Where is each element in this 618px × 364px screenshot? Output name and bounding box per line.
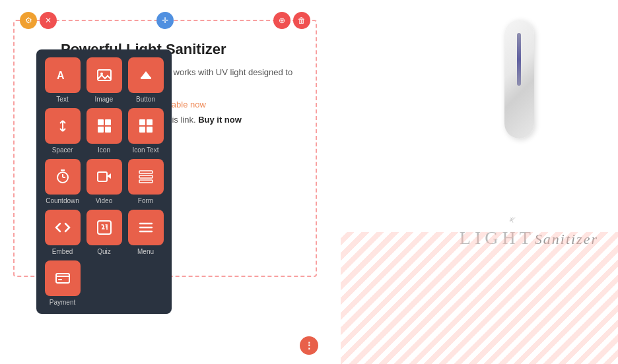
right-panel: 𐤀 LIGHT Sanitizer bbox=[341, 0, 618, 364]
block-icon-countdown bbox=[45, 159, 81, 195]
block-icon-quiz bbox=[86, 210, 122, 245]
svg-rect-9 bbox=[98, 119, 104, 125]
block-label-image: Image bbox=[95, 96, 114, 103]
svg-rect-10 bbox=[105, 119, 111, 125]
block-picker: A Text Image Button bbox=[36, 49, 172, 314]
copy-button[interactable]: ⊕ bbox=[273, 12, 291, 29]
block-icon-icon bbox=[86, 108, 122, 144]
block-item-video[interactable]: Video bbox=[86, 159, 122, 204]
device-stripe bbox=[517, 33, 521, 86]
block-item-form[interactable]: Form bbox=[127, 159, 164, 204]
block-icon-menu bbox=[128, 210, 164, 245]
info-button[interactable]: ⋮ bbox=[300, 336, 318, 355]
svg-rect-11 bbox=[98, 127, 104, 133]
block-item-countdown[interactable]: Countdown bbox=[44, 159, 81, 204]
block-item-payment[interactable]: Payment bbox=[44, 260, 81, 306]
block-icon-video bbox=[86, 159, 122, 195]
panel-toolbar-center: ✛ bbox=[156, 12, 174, 29]
block-icon-icon-text bbox=[128, 108, 164, 144]
svg-rect-15 bbox=[139, 127, 145, 133]
block-icon-embed bbox=[45, 210, 81, 245]
block-icon-spacer bbox=[45, 108, 81, 144]
block-item-embed[interactable]: Embed bbox=[44, 210, 81, 255]
block-item-text[interactable]: A Text bbox=[44, 57, 81, 103]
block-label-icon: Icon bbox=[98, 146, 110, 154]
block-item-image[interactable]: Image bbox=[86, 57, 122, 103]
close-button[interactable]: ✕ bbox=[40, 12, 57, 29]
panel-toolbar-left: ⚙ ✕ bbox=[20, 12, 57, 29]
stripe-pattern bbox=[341, 232, 618, 364]
svg-rect-21 bbox=[98, 172, 107, 181]
block-item-spacer[interactable]: Spacer bbox=[44, 108, 81, 154]
device-body bbox=[504, 20, 534, 138]
main-content: 𐤀 LIGHT Sanitizer ⚙ ✕ ✛ ⊕ 🗑 Powerful Lig… bbox=[0, 0, 618, 364]
block-label-video: Video bbox=[96, 197, 112, 204]
block-label-icon-text: Icon Text bbox=[133, 146, 159, 154]
svg-rect-26 bbox=[98, 221, 111, 234]
svg-rect-24 bbox=[139, 175, 153, 178]
block-icon-image bbox=[86, 57, 122, 93]
move-button[interactable]: ✛ bbox=[156, 12, 174, 29]
block-label-button: Button bbox=[136, 96, 155, 103]
block-item-icon-text[interactable]: Icon Text bbox=[127, 108, 164, 154]
block-label-text: Text bbox=[56, 96, 68, 103]
svg-rect-16 bbox=[147, 127, 153, 133]
block-item-icon[interactable]: Icon bbox=[86, 108, 122, 154]
svg-text:A: A bbox=[57, 70, 65, 81]
svg-rect-25 bbox=[139, 180, 153, 183]
block-item-button[interactable]: Button bbox=[127, 57, 164, 103]
block-icon-payment bbox=[45, 260, 81, 296]
block-label-countdown: Countdown bbox=[46, 197, 79, 204]
svg-rect-13 bbox=[139, 119, 145, 125]
svg-rect-23 bbox=[139, 171, 153, 173]
svg-rect-1 bbox=[98, 70, 111, 80]
svg-rect-3 bbox=[141, 77, 151, 79]
panel-toolbar-right: ⊕ 🗑 bbox=[273, 12, 310, 29]
svg-rect-30 bbox=[56, 274, 69, 283]
crown-decoration: 𐤀 bbox=[509, 214, 516, 226]
block-label-form: Form bbox=[138, 197, 153, 204]
cta-link[interactable]: Buy it now bbox=[198, 115, 242, 125]
block-label-embed: Embed bbox=[52, 248, 73, 255]
trash-button[interactable]: 🗑 bbox=[293, 12, 310, 29]
svg-rect-14 bbox=[147, 119, 153, 125]
block-label-menu: Menu bbox=[137, 248, 154, 255]
block-icon-form bbox=[128, 159, 164, 195]
block-item-quiz[interactable]: Quiz bbox=[86, 210, 122, 255]
block-label-payment: Payment bbox=[50, 299, 75, 306]
block-icon-text: A bbox=[45, 57, 81, 93]
block-label-quiz: Quiz bbox=[97, 248, 111, 255]
block-label-spacer: Spacer bbox=[52, 146, 73, 154]
sanitizer-device bbox=[499, 20, 539, 152]
gear-button[interactable]: ⚙ bbox=[20, 12, 37, 29]
block-icon-button bbox=[128, 57, 164, 93]
block-grid: A Text Image Button bbox=[44, 57, 164, 306]
block-item-menu[interactable]: Menu bbox=[127, 210, 164, 255]
svg-rect-12 bbox=[105, 127, 111, 133]
